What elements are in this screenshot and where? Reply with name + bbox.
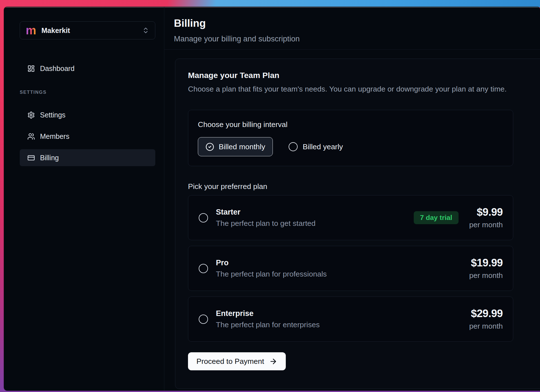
team-plan-card: Manage your Team Plan Choose a plan that… (175, 59, 540, 389)
sidebar: m Makerkit Dashboard SETTINGS (4, 7, 164, 391)
workspace-switcher[interactable]: m Makerkit (20, 21, 155, 39)
page-title: Billing (174, 17, 206, 29)
billing-interval-label: Choose your billing interval (198, 120, 287, 129)
plan-info: Starter The perfect plan to get started (216, 208, 316, 228)
plan-price-block: $9.99 per month (469, 206, 503, 229)
sidebar-item-settings[interactable]: Settings (20, 107, 155, 123)
card-description: Choose a plan that fits your team's need… (188, 85, 507, 93)
trial-badge: 7 day trial (414, 211, 458, 224)
plan-period: per month (469, 271, 503, 280)
desktop-wallpaper: m Makerkit Dashboard SETTINGS (0, 0, 540, 392)
plan-info: Enterprise The perfect plan for enterpri… (216, 309, 320, 329)
radio-icon[interactable] (199, 213, 208, 222)
radio-icon[interactable] (199, 264, 208, 273)
plan-price-block: $29.99 per month (469, 308, 503, 331)
dashboard-icon (27, 65, 35, 72)
plans-label: Pick your preferred plan (188, 182, 267, 191)
proceed-button-label: Proceed to Payment (196, 357, 264, 366)
page-subtitle: Manage your billing and subscription (174, 34, 300, 43)
billing-interval-options: Billed monthly Billed yearly (198, 137, 343, 156)
gear-icon (27, 111, 35, 119)
arrow-right-icon (269, 357, 277, 366)
plan-row-starter[interactable]: Starter The perfect plan to get started … (188, 195, 513, 240)
sidebar-section-header: SETTINGS (20, 90, 47, 95)
plan-row-enterprise[interactable]: Enterprise The perfect plan for enterpri… (188, 297, 513, 342)
plan-row-pro[interactable]: Pro The perfect plan for professionals $… (188, 246, 513, 291)
plan-description: The perfect plan to get started (216, 219, 316, 228)
interval-option-label: Billed monthly (219, 142, 265, 151)
workspace-name: Makerkit (41, 26, 70, 35)
sidebar-item-label: Dashboard (40, 64, 74, 73)
sidebar-item-label: Settings (40, 111, 65, 119)
plan-price-block: $19.99 per month (469, 257, 503, 280)
interval-option-label: Billed yearly (303, 142, 343, 151)
credit-card-icon (27, 154, 35, 162)
proceed-to-payment-button[interactable]: Proceed to Payment (188, 352, 286, 370)
interval-option-monthly[interactable]: Billed monthly (198, 137, 273, 156)
plan-price: $29.99 (469, 308, 503, 320)
sidebar-item-label: Billing (40, 154, 59, 162)
plan-price: $9.99 (469, 206, 503, 218)
app-window: m Makerkit Dashboard SETTINGS (4, 7, 540, 391)
sidebar-item-billing[interactable]: Billing (20, 149, 155, 166)
plan-period: per month (469, 322, 503, 331)
plan-info: Pro The perfect plan for professionals (216, 259, 327, 279)
interval-option-yearly[interactable]: Billed yearly (289, 142, 343, 151)
check-circle-icon (205, 142, 214, 151)
plan-description: The perfect plan for professionals (216, 270, 327, 279)
users-icon (27, 133, 35, 140)
card-title: Manage your Team Plan (188, 71, 279, 80)
sidebar-item-label: Members (40, 132, 69, 141)
wallpaper-top-strip (0, 0, 540, 7)
plan-name: Pro (216, 259, 327, 267)
header-divider (164, 49, 540, 50)
billing-interval-group: Choose your billing interval Billed mont… (188, 110, 513, 166)
sidebar-item-members[interactable]: Members (20, 128, 155, 144)
makerkit-logo-icon: m (26, 25, 36, 36)
plan-description: The perfect plan for enterprises (216, 320, 320, 329)
plan-period: per month (469, 220, 503, 229)
radio-icon (289, 142, 298, 151)
radio-icon[interactable] (199, 315, 208, 324)
plan-name: Enterprise (216, 309, 320, 318)
chevrons-up-down-icon (142, 27, 149, 34)
plan-name: Starter (216, 208, 316, 217)
main-content: Billing Manage your billing and subscrip… (164, 7, 540, 391)
sidebar-item-dashboard[interactable]: Dashboard (20, 61, 155, 76)
plan-price: $19.99 (469, 257, 503, 269)
